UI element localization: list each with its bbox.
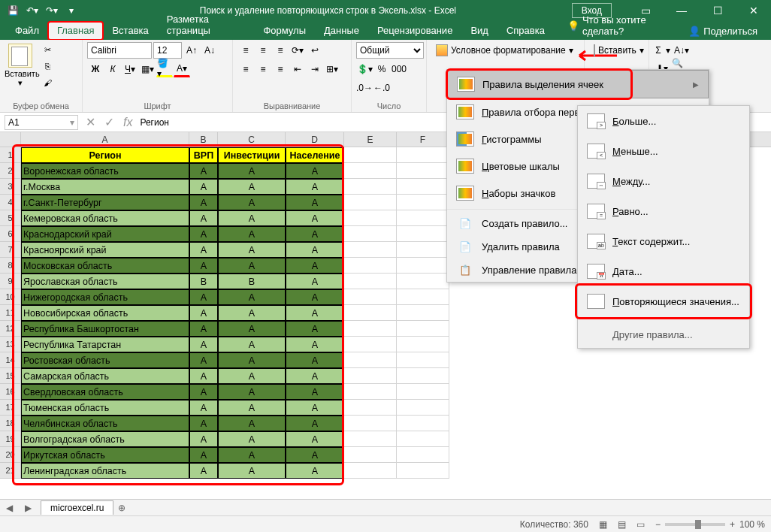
align-center-icon[interactable]: ≡ — [255, 61, 271, 77]
data-cell[interactable]: A — [286, 210, 344, 226]
region-cell[interactable]: г.Москва — [21, 179, 189, 195]
col-header[interactable]: C — [218, 132, 286, 147]
data-cell[interactable]: A — [218, 305, 286, 321]
empty-cell[interactable] — [397, 305, 449, 321]
close-icon[interactable]: ✕ — [736, 0, 771, 20]
empty-cell[interactable] — [344, 195, 397, 210]
data-cell[interactable]: A — [218, 210, 286, 226]
qat-more-icon[interactable]: ▾ — [63, 2, 80, 19]
col-header[interactable]: B — [189, 132, 218, 147]
data-cell[interactable]: A — [189, 463, 218, 479]
font-name-input[interactable] — [87, 42, 152, 59]
region-cell[interactable]: Иркутская область — [21, 447, 189, 463]
row-header[interactable]: 4 — [0, 195, 21, 210]
sheet-tab-active[interactable]: microexcel.ru — [41, 500, 113, 515]
empty-cell[interactable] — [397, 195, 449, 210]
data-cell[interactable]: A — [189, 321, 218, 337]
region-cell[interactable]: г.Санкт-Петербург — [21, 195, 189, 210]
data-cell[interactable]: A — [218, 242, 286, 258]
enter-formula-icon[interactable]: ✓ — [100, 115, 119, 129]
sheet-nav-next-icon[interactable]: ▶ — [19, 503, 38, 513]
sub-less[interactable]: <Меньше... — [578, 136, 749, 166]
data-cell[interactable]: A — [218, 431, 286, 447]
data-cell[interactable]: A — [189, 163, 218, 179]
align-top-icon[interactable]: ≡ — [237, 42, 254, 59]
data-cell[interactable]: A — [189, 368, 218, 384]
empty-cell[interactable] — [397, 368, 449, 384]
data-cell[interactable]: A — [189, 416, 218, 431]
empty-cell[interactable] — [397, 400, 449, 416]
zoom-level[interactable]: 100 % — [739, 519, 765, 530]
data-cell[interactable]: A — [286, 447, 344, 463]
tab-data[interactable]: Данные — [315, 22, 368, 40]
data-cell[interactable]: A — [286, 463, 344, 479]
empty-cell[interactable] — [397, 163, 449, 179]
underline-button[interactable]: Ч▾ — [122, 61, 138, 77]
insert-cells-button[interactable]: Вставить ▾ — [589, 42, 644, 59]
empty-cell[interactable] — [397, 226, 449, 242]
border-button[interactable]: ▦▾ — [139, 61, 156, 77]
data-cell[interactable]: A — [286, 226, 344, 242]
data-cell[interactable]: A — [286, 305, 344, 321]
row-header[interactable]: 18 — [0, 416, 21, 431]
data-cell[interactable]: A — [189, 226, 218, 242]
row-header[interactable]: 1 — [0, 147, 21, 163]
empty-cell[interactable] — [344, 416, 397, 431]
data-cell[interactable]: A — [189, 400, 218, 416]
col-header[interactable]: E — [344, 132, 397, 147]
font-color-button[interactable]: A▾ — [174, 61, 190, 77]
data-cell[interactable]: A — [286, 289, 344, 305]
row-header[interactable]: 15 — [0, 368, 21, 384]
currency-icon[interactable]: 💲▾ — [356, 61, 373, 77]
data-cell[interactable]: A — [286, 163, 344, 179]
row-header[interactable]: 3 — [0, 179, 21, 195]
empty-cell[interactable] — [397, 431, 449, 447]
col-header[interactable]: D — [286, 132, 344, 147]
row-header[interactable]: 14 — [0, 352, 21, 368]
name-box[interactable]: A1▾ — [5, 115, 78, 130]
empty-cell[interactable] — [397, 289, 449, 305]
tab-formulas[interactable]: Формулы — [254, 22, 315, 40]
data-cell[interactable]: A — [286, 431, 344, 447]
empty-cell[interactable] — [344, 447, 397, 463]
data-cell[interactable]: A — [286, 416, 344, 431]
wrap-text-icon[interactable]: ↩ — [307, 42, 323, 59]
empty-cell[interactable] — [397, 463, 449, 479]
col-header[interactable]: A — [21, 132, 189, 147]
sub-equal[interactable]: =Равно... — [578, 196, 749, 226]
empty-cell[interactable] — [344, 368, 397, 384]
data-cell[interactable]: A — [218, 321, 286, 337]
fill-color-button[interactable]: 🪣▾ — [156, 61, 173, 77]
bold-button[interactable]: Ж — [87, 61, 104, 77]
orientation-icon[interactable]: ⟳▾ — [289, 42, 306, 59]
region-cell[interactable]: Краснодарский край — [21, 226, 189, 242]
region-cell[interactable]: Новосибирская область — [21, 305, 189, 321]
italic-button[interactable]: К — [104, 61, 121, 77]
tab-insert[interactable]: Вставка — [103, 22, 157, 40]
increase-decimal-icon[interactable]: .0→ — [356, 80, 373, 96]
data-cell[interactable]: A — [189, 305, 218, 321]
format-painter-icon[interactable]: 🖌 — [39, 75, 56, 90]
data-cell[interactable]: A — [218, 337, 286, 352]
sub-date[interactable]: 📅Дата... — [578, 256, 749, 286]
data-cell[interactable]: A — [286, 179, 344, 195]
data-cell[interactable]: A — [218, 226, 286, 242]
row-header[interactable]: 12 — [0, 321, 21, 337]
increase-indent-icon[interactable]: ⇥ — [307, 61, 323, 77]
empty-cell[interactable] — [344, 431, 397, 447]
sheet-nav-prev-icon[interactable]: ◀ — [0, 503, 19, 513]
data-cell[interactable]: A — [189, 447, 218, 463]
empty-cell[interactable] — [397, 447, 449, 463]
data-cell[interactable]: A — [189, 289, 218, 305]
redo-icon[interactable]: ↷▾ — [44, 2, 60, 19]
row-header[interactable]: 6 — [0, 226, 21, 242]
empty-cell[interactable] — [344, 337, 397, 352]
merge-button[interactable]: ⊞▾ — [324, 61, 340, 77]
decrease-font-icon[interactable]: A↓ — [201, 42, 218, 59]
empty-cell[interactable] — [397, 352, 449, 368]
align-bottom-icon[interactable]: ≡ — [272, 42, 289, 59]
data-cell[interactable]: A — [218, 163, 286, 179]
data-cell[interactable]: A — [218, 179, 286, 195]
data-cell[interactable]: A — [286, 321, 344, 337]
conditional-formatting-button[interactable]: Условное форматирование ▾ — [431, 42, 579, 59]
